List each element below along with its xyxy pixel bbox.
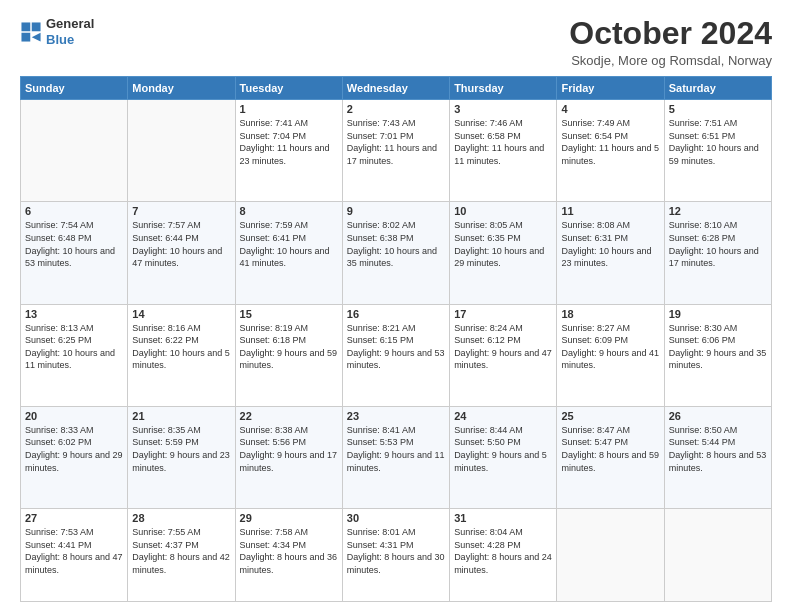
day-number: 27 [25, 512, 123, 524]
col-tuesday: Tuesday [235, 77, 342, 100]
logo-line1: General [46, 16, 94, 32]
day-info: Sunrise: 7:53 AMSunset: 4:41 PMDaylight:… [25, 526, 123, 576]
table-row [128, 100, 235, 202]
day-number: 12 [669, 205, 767, 217]
table-row: 21 Sunrise: 8:35 AMSunset: 5:59 PMDaylig… [128, 406, 235, 508]
table-row: 3 Sunrise: 7:46 AMSunset: 6:58 PMDayligh… [450, 100, 557, 202]
day-info: Sunrise: 7:43 AMSunset: 7:01 PMDaylight:… [347, 117, 445, 167]
table-row: 4 Sunrise: 7:49 AMSunset: 6:54 PMDayligh… [557, 100, 664, 202]
calendar-header-row: Sunday Monday Tuesday Wednesday Thursday… [21, 77, 772, 100]
col-saturday: Saturday [664, 77, 771, 100]
day-info: Sunrise: 7:49 AMSunset: 6:54 PMDaylight:… [561, 117, 659, 167]
day-info: Sunrise: 8:04 AMSunset: 4:28 PMDaylight:… [454, 526, 552, 576]
table-row: 25 Sunrise: 8:47 AMSunset: 5:47 PMDaylig… [557, 406, 664, 508]
table-row: 19 Sunrise: 8:30 AMSunset: 6:06 PMDaylig… [664, 304, 771, 406]
day-number: 31 [454, 512, 552, 524]
table-row: 1 Sunrise: 7:41 AMSunset: 7:04 PMDayligh… [235, 100, 342, 202]
day-info: Sunrise: 8:19 AMSunset: 6:18 PMDaylight:… [240, 322, 338, 372]
day-info: Sunrise: 8:10 AMSunset: 6:28 PMDaylight:… [669, 219, 767, 269]
day-number: 4 [561, 103, 659, 115]
day-info: Sunrise: 8:50 AMSunset: 5:44 PMDaylight:… [669, 424, 767, 474]
day-info: Sunrise: 8:44 AMSunset: 5:50 PMDaylight:… [454, 424, 552, 474]
logo-line2: Blue [46, 32, 94, 48]
day-info: Sunrise: 7:59 AMSunset: 6:41 PMDaylight:… [240, 219, 338, 269]
day-info: Sunrise: 8:01 AMSunset: 4:31 PMDaylight:… [347, 526, 445, 576]
table-row: 10 Sunrise: 8:05 AMSunset: 6:35 PMDaylig… [450, 202, 557, 304]
table-row [557, 509, 664, 602]
calendar-table: Sunday Monday Tuesday Wednesday Thursday… [20, 76, 772, 602]
col-monday: Monday [128, 77, 235, 100]
day-info: Sunrise: 7:58 AMSunset: 4:34 PMDaylight:… [240, 526, 338, 576]
day-number: 15 [240, 308, 338, 320]
table-row: 27 Sunrise: 7:53 AMSunset: 4:41 PMDaylig… [21, 509, 128, 602]
table-row: 26 Sunrise: 8:50 AMSunset: 5:44 PMDaylig… [664, 406, 771, 508]
day-number: 7 [132, 205, 230, 217]
day-number: 23 [347, 410, 445, 422]
day-number: 9 [347, 205, 445, 217]
table-row: 12 Sunrise: 8:10 AMSunset: 6:28 PMDaylig… [664, 202, 771, 304]
table-row: 18 Sunrise: 8:27 AMSunset: 6:09 PMDaylig… [557, 304, 664, 406]
day-info: Sunrise: 8:05 AMSunset: 6:35 PMDaylight:… [454, 219, 552, 269]
table-row: 29 Sunrise: 7:58 AMSunset: 4:34 PMDaylig… [235, 509, 342, 602]
table-row: 28 Sunrise: 7:55 AMSunset: 4:37 PMDaylig… [128, 509, 235, 602]
day-number: 21 [132, 410, 230, 422]
day-info: Sunrise: 8:16 AMSunset: 6:22 PMDaylight:… [132, 322, 230, 372]
col-friday: Friday [557, 77, 664, 100]
header: General Blue October 2024 Skodje, More o… [20, 16, 772, 68]
day-info: Sunrise: 8:30 AMSunset: 6:06 PMDaylight:… [669, 322, 767, 372]
table-row: 14 Sunrise: 8:16 AMSunset: 6:22 PMDaylig… [128, 304, 235, 406]
day-number: 6 [25, 205, 123, 217]
day-info: Sunrise: 7:57 AMSunset: 6:44 PMDaylight:… [132, 219, 230, 269]
svg-rect-2 [32, 22, 41, 31]
table-row: 15 Sunrise: 8:19 AMSunset: 6:18 PMDaylig… [235, 304, 342, 406]
svg-rect-3 [21, 32, 30, 41]
title-block: October 2024 Skodje, More og Romsdal, No… [569, 16, 772, 68]
day-info: Sunrise: 8:08 AMSunset: 6:31 PMDaylight:… [561, 219, 659, 269]
day-info: Sunrise: 7:51 AMSunset: 6:51 PMDaylight:… [669, 117, 767, 167]
logo: General Blue [20, 16, 94, 47]
table-row: 8 Sunrise: 7:59 AMSunset: 6:41 PMDayligh… [235, 202, 342, 304]
table-row: 24 Sunrise: 8:44 AMSunset: 5:50 PMDaylig… [450, 406, 557, 508]
table-row: 30 Sunrise: 8:01 AMSunset: 4:31 PMDaylig… [342, 509, 449, 602]
table-row: 16 Sunrise: 8:21 AMSunset: 6:15 PMDaylig… [342, 304, 449, 406]
day-number: 13 [25, 308, 123, 320]
table-row: 20 Sunrise: 8:33 AMSunset: 6:02 PMDaylig… [21, 406, 128, 508]
table-row [21, 100, 128, 202]
month-title: October 2024 [569, 16, 772, 51]
day-number: 8 [240, 205, 338, 217]
table-row: 17 Sunrise: 8:24 AMSunset: 6:12 PMDaylig… [450, 304, 557, 406]
day-number: 5 [669, 103, 767, 115]
day-info: Sunrise: 8:27 AMSunset: 6:09 PMDaylight:… [561, 322, 659, 372]
day-number: 14 [132, 308, 230, 320]
day-number: 10 [454, 205, 552, 217]
day-info: Sunrise: 8:21 AMSunset: 6:15 PMDaylight:… [347, 322, 445, 372]
day-info: Sunrise: 8:38 AMSunset: 5:56 PMDaylight:… [240, 424, 338, 474]
day-number: 18 [561, 308, 659, 320]
day-number: 2 [347, 103, 445, 115]
day-number: 3 [454, 103, 552, 115]
day-info: Sunrise: 7:41 AMSunset: 7:04 PMDaylight:… [240, 117, 338, 167]
day-number: 29 [240, 512, 338, 524]
table-row: 31 Sunrise: 8:04 AMSunset: 4:28 PMDaylig… [450, 509, 557, 602]
day-info: Sunrise: 8:47 AMSunset: 5:47 PMDaylight:… [561, 424, 659, 474]
day-info: Sunrise: 8:41 AMSunset: 5:53 PMDaylight:… [347, 424, 445, 474]
day-number: 17 [454, 308, 552, 320]
day-info: Sunrise: 8:02 AMSunset: 6:38 PMDaylight:… [347, 219, 445, 269]
table-row: 5 Sunrise: 7:51 AMSunset: 6:51 PMDayligh… [664, 100, 771, 202]
table-row [664, 509, 771, 602]
day-number: 26 [669, 410, 767, 422]
day-info: Sunrise: 8:24 AMSunset: 6:12 PMDaylight:… [454, 322, 552, 372]
table-row: 6 Sunrise: 7:54 AMSunset: 6:48 PMDayligh… [21, 202, 128, 304]
table-row: 9 Sunrise: 8:02 AMSunset: 6:38 PMDayligh… [342, 202, 449, 304]
subtitle: Skodje, More og Romsdal, Norway [569, 53, 772, 68]
table-row: 22 Sunrise: 8:38 AMSunset: 5:56 PMDaylig… [235, 406, 342, 508]
day-number: 11 [561, 205, 659, 217]
logo-icon [20, 21, 42, 43]
svg-rect-1 [21, 22, 30, 31]
day-info: Sunrise: 8:33 AMSunset: 6:02 PMDaylight:… [25, 424, 123, 474]
day-info: Sunrise: 7:54 AMSunset: 6:48 PMDaylight:… [25, 219, 123, 269]
day-info: Sunrise: 7:55 AMSunset: 4:37 PMDaylight:… [132, 526, 230, 576]
day-info: Sunrise: 7:46 AMSunset: 6:58 PMDaylight:… [454, 117, 552, 167]
day-number: 28 [132, 512, 230, 524]
day-number: 20 [25, 410, 123, 422]
